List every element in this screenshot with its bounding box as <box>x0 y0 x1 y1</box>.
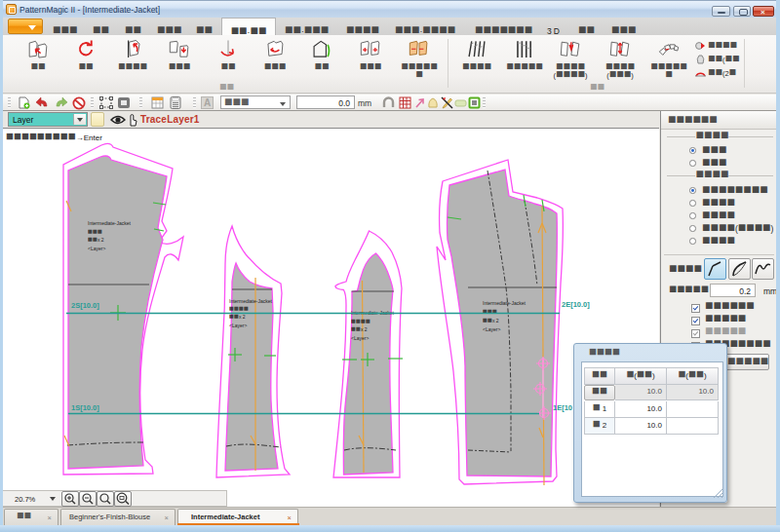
svg-text:<Layer>: <Layer> <box>88 246 105 251</box>
svg-text:<Layer>: <Layer> <box>351 335 369 341</box>
svg-text:2S[10.0]: 2S[10.0] <box>71 301 99 310</box>
svg-text:1E[10: 1E[10 <box>553 403 572 412</box>
svg-text:1S[10.0]: 1S[10.0] <box>71 403 99 412</box>
svg-text:■■x 2: ■■x 2 <box>351 324 368 333</box>
svg-text:■■x 2: ■■x 2 <box>88 235 104 244</box>
svg-text:■■■■■■■■■→Enter: ■■■■■■■■■→Enter <box>6 129 102 143</box>
svg-text:Intermediate-Jacket: Intermediate-Jacket <box>483 300 526 306</box>
svg-text:■■x 2: ■■x 2 <box>483 316 499 324</box>
svg-text:<Layer>: <Layer> <box>229 323 247 328</box>
svg-text:<Layer>: <Layer> <box>483 326 500 332</box>
svg-text:■■■: ■■■ <box>483 307 497 316</box>
svg-text:2E[10.0]: 2E[10.0] <box>562 300 590 309</box>
svg-text:Intermediate-Jacket: Intermediate-Jacket <box>88 220 132 226</box>
